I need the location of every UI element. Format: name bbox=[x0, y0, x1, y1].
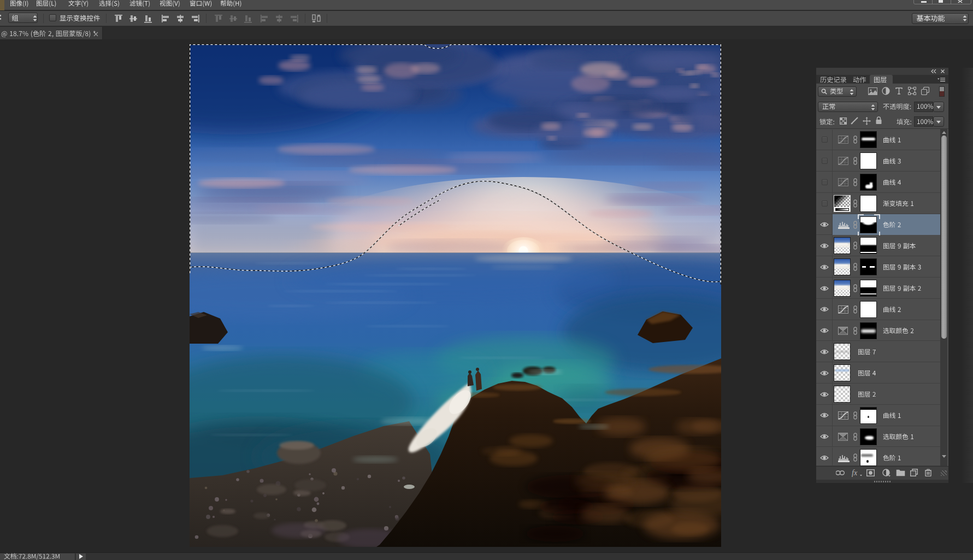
svg-text:fx: fx bbox=[852, 469, 858, 477]
